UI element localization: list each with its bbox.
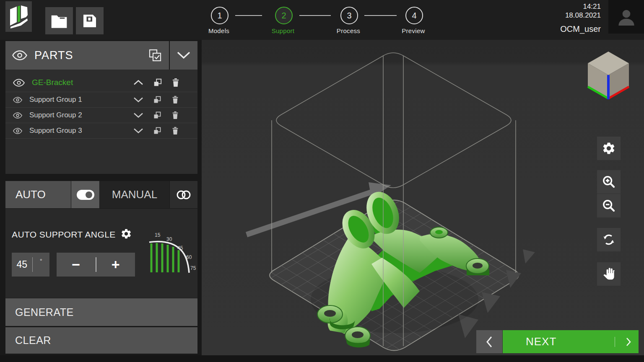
angle-tick-75: 75 xyxy=(190,265,196,271)
part-row-support-group-1[interactable]: Support Group 1 xyxy=(5,92,197,107)
step-support-label: Support xyxy=(254,27,312,34)
chevron-down-icon xyxy=(177,52,190,59)
duplicate-icon[interactable] xyxy=(153,78,162,87)
step-process-label: Process xyxy=(319,27,378,34)
trash-icon[interactable] xyxy=(171,96,179,104)
auto-support-angle-section: AUTO SUPPORT ANGLE 15 30 45 60 75 45 ° −… xyxy=(5,209,197,298)
angle-chart-bars xyxy=(151,243,179,272)
tab-auto-label: AUTO xyxy=(16,188,46,201)
part-row-support-group-3[interactable]: Support Group 3 xyxy=(5,123,197,139)
step-preview-circle[interactable]: 4 xyxy=(405,7,423,24)
part-name: Support Group 3 xyxy=(29,127,82,135)
rotate-view-button[interactable] xyxy=(597,228,621,251)
clock-time: 14:21 xyxy=(516,2,601,11)
angle-unit: ° xyxy=(33,258,49,264)
part-name: Support Group 1 xyxy=(29,96,82,104)
parts-collapse-button[interactable] xyxy=(170,41,197,70)
eye-icon[interactable] xyxy=(13,128,22,134)
duplicate-icon[interactable] xyxy=(153,96,161,104)
angle-value: 45 xyxy=(12,259,32,270)
step-models-label: Models xyxy=(190,27,248,34)
user-avatar-icon xyxy=(615,5,638,28)
generate-button[interactable]: GENERATE xyxy=(5,298,197,326)
angle-tick-45: 45 xyxy=(177,245,183,251)
chevron-down-icon[interactable] xyxy=(133,113,143,118)
pan-hand-icon xyxy=(602,267,615,281)
part-name: Support Group 2 xyxy=(29,111,82,119)
angle-tick-60: 60 xyxy=(186,254,192,260)
duplicate-icon[interactable] xyxy=(153,127,161,135)
rotate-view-icon xyxy=(602,233,616,247)
pan-view-button[interactable] xyxy=(597,262,621,286)
toggle-on-icon xyxy=(76,189,95,200)
zoom-in-icon xyxy=(602,175,616,189)
clear-label: CLEAR xyxy=(15,334,51,346)
trash-icon[interactable] xyxy=(171,127,179,135)
step-models-circle[interactable]: 1 xyxy=(211,7,229,24)
step-preview-label: Preview xyxy=(384,27,443,34)
angle-stepper: − + xyxy=(57,253,135,277)
duplicate-icon[interactable] xyxy=(153,111,161,119)
next-divider xyxy=(615,337,615,347)
tab-auto[interactable]: AUTO xyxy=(5,181,71,208)
view-cube[interactable] xyxy=(585,49,631,101)
angle-tick-30: 30 xyxy=(166,236,172,242)
eye-icon[interactable] xyxy=(13,97,22,103)
zoom-out-button[interactable] xyxy=(597,194,621,217)
next-label: NEXT xyxy=(526,335,615,348)
next-button[interactable]: NEXT xyxy=(503,330,639,353)
stepper-connector xyxy=(235,15,262,16)
stepper-connector xyxy=(299,15,331,16)
top-bar: 1 Models 2 Support 3 Process 4 Preview 1… xyxy=(0,0,644,40)
parts-panel-title: PARTS xyxy=(34,49,148,62)
zoom-out-icon xyxy=(602,199,616,213)
chevron-up-icon[interactable] xyxy=(133,80,143,85)
generate-label: GENERATE xyxy=(15,306,74,318)
step-process-circle[interactable]: 3 xyxy=(340,7,358,24)
step-support-circle[interactable]: 2 xyxy=(275,7,293,24)
angle-tick-15: 15 xyxy=(155,232,161,238)
part-row-support-group-2[interactable]: Support Group 2 xyxy=(5,107,197,123)
clear-button[interactable]: CLEAR xyxy=(5,327,197,354)
tab-manual-label: MANUAL xyxy=(112,188,157,201)
clock-user-block: 14:21 18.08.2021 OCM_user xyxy=(516,2,601,34)
back-button[interactable] xyxy=(476,330,502,353)
zoom-in-button[interactable] xyxy=(597,170,621,194)
gear-icon[interactable] xyxy=(120,228,132,240)
angle-minus-button[interactable]: − xyxy=(57,253,96,277)
build-scene xyxy=(202,40,644,355)
user-name: OCM_user xyxy=(516,24,601,34)
toggle-off-icon xyxy=(175,189,192,200)
eye-icon[interactable] xyxy=(13,79,25,87)
part-row-ge-bracket[interactable]: GE-Bracket xyxy=(5,73,197,92)
stepper-connector xyxy=(364,15,397,16)
gear-icon xyxy=(602,141,616,155)
select-all-icon[interactable] xyxy=(148,48,162,62)
angle-value-field[interactable]: 45 ° xyxy=(12,253,49,277)
parts-panel-header[interactable]: PARTS xyxy=(5,41,169,70)
trash-icon[interactable] xyxy=(171,78,180,87)
angle-plus-button[interactable]: + xyxy=(96,253,135,277)
manual-toggle-button[interactable] xyxy=(170,181,197,208)
support-angle-chart: 15 30 45 60 75 xyxy=(147,230,197,277)
part-name: GE-Bracket xyxy=(32,78,73,87)
auto-toggle-button[interactable] xyxy=(71,181,99,208)
chevron-left-icon xyxy=(486,336,493,348)
tab-manual[interactable]: MANUAL xyxy=(100,181,169,208)
bottom-strip xyxy=(0,355,644,362)
angle-curve xyxy=(149,242,189,273)
view-settings-button[interactable] xyxy=(597,137,621,160)
chevron-down-icon[interactable] xyxy=(133,97,143,103)
workflow-stepper: 1 Models 2 Support 3 Process 4 Preview xyxy=(0,0,461,40)
clock-date: 18.08.2021 xyxy=(516,11,601,20)
trash-icon[interactable] xyxy=(171,111,179,119)
chevron-right-icon xyxy=(626,337,631,346)
chevron-down-icon[interactable] xyxy=(133,128,143,134)
auto-support-angle-label: AUTO SUPPORT ANGLE xyxy=(12,230,116,240)
parts-list: GE-Bracket Support Group 1 xyxy=(5,70,197,174)
eye-icon[interactable] xyxy=(13,112,22,119)
3d-viewport[interactable]: NEXT xyxy=(202,40,644,355)
eye-icon[interactable] xyxy=(12,50,27,60)
user-avatar-button[interactable] xyxy=(608,0,644,34)
